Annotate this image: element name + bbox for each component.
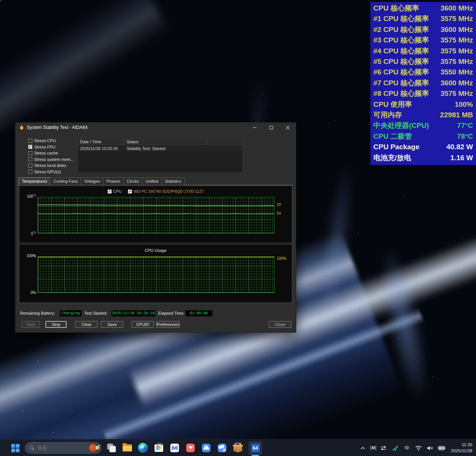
wd-legend-checkbox[interactable] [128,189,132,194]
temperatures-tab-page: CPU WD PC SN740 SDDPNQD-1T00-1127 100°C … [18,185,293,304]
search-highlight-icon[interactable] [88,444,100,453]
sensor-row: #3 CPU 核心频率3575 MHz [373,35,473,45]
close-icon [286,126,290,130]
ime-language-indicator[interactable]: 中 [403,444,411,452]
packages-app-button[interactable] [233,443,243,453]
legend-cpu[interactable]: CPU [108,189,122,194]
settings-sliders-icon[interactable] [379,444,388,452]
log-header: Date / Time Status [78,139,243,145]
sensor-row: #6 CPU 核心频率3550 MHz [373,67,473,77]
wallet-app-button[interactable] [217,443,227,453]
cloud-app-button[interactable] [201,443,211,453]
save-button[interactable]: Save [101,321,123,328]
close-button[interactable] [279,123,296,132]
tab-voltages[interactable]: Voltages [81,177,103,185]
stress-option-cache[interactable]: Stress cache [20,150,74,156]
sensor-value: 3600 MHz [440,24,473,35]
sensor-label: 中央处理器(CPU) [373,120,429,131]
microsoft-store-button[interactable] [154,443,164,453]
taskbar-app-icons: M 64 [106,439,262,456]
start-menu-button[interactable] [9,439,22,456]
sensor-row: #5 CPU 核心频率3575 MHz [373,56,473,67]
stress-option-gpu[interactable]: Stress GPU(s) [20,169,74,175]
battery-charging-icon[interactable] [438,444,446,452]
taskbar-clock[interactable]: 11:20 2025/11/28 [451,442,472,454]
disk-icon [20,164,26,168]
elapsed-time-display: 01:00:06 [185,310,212,317]
legend-wd-label: WD PC SN740 SDDPNQD-1T00-1127 [133,189,204,194]
aida64-sensor-panel: CPU 核心频率3600 MHz#1 CPU 核心频率3575 MHz#2 CP… [370,2,476,165]
aida64-taskbar-button[interactable]: 64 [249,441,262,455]
package-box-icon [233,446,242,451]
sensor-row: CPU Package40.82 W [373,142,473,152]
tab-clocks[interactable]: Clocks [123,177,142,185]
tab-cooling-fans[interactable]: Cooling Fans [50,177,81,185]
system-stability-test-window: System Stability Test - AIDA64 Stress CP… [15,122,296,333]
sensor-label: CPU 使用率 [373,99,412,110]
sensor-row: CPU 二极管78°C [373,131,473,142]
taskbar-search-box[interactable] [25,442,102,454]
log-cell-datetime: 2025/11/28 10:20:29 [78,145,124,152]
file-explorer-button[interactable] [122,443,132,453]
edge-browser-button[interactable] [138,443,148,453]
sensor-value: 3575 MHz [440,35,473,45]
stress-cpu-checkbox[interactable] [28,139,32,143]
hidden-icons-chevron[interactable] [359,444,367,452]
paper-plane-icon[interactable] [391,444,399,452]
sensor-label: CPU Package [373,142,420,152]
sensor-value: 78°C [457,131,473,142]
stress-option-disks[interactable]: Stress local disks [20,162,74,169]
close-dialog-button[interactable]: Close [269,321,291,328]
stress-option-label: Stress GPU(s) [34,170,61,174]
stress-option-label: Stress cache [34,151,58,155]
gpu-icon [20,170,26,174]
stress-option-cpu[interactable]: Stress CPU [20,138,74,144]
minimize-button[interactable] [246,123,263,132]
cpuid-button[interactable]: CPUID [132,321,154,328]
tab-powers[interactable]: Powers [103,177,123,185]
log-row[interactable]: 2025/11/28 10:20:29 Stability Test: Star… [78,145,243,152]
legend-wd-disk[interactable]: WD PC SN740 SDDPNQD-1T00-1127 [128,189,204,194]
stress-option-label: Stress FPU [34,145,55,149]
log-column-datetime[interactable]: Date / Time [78,139,124,145]
search-input[interactable] [37,445,82,451]
stress-cache-checkbox[interactable] [28,151,32,155]
m-tray-icon[interactable]: M [370,445,376,450]
stress-option-fpu[interactable]: Stress FPU [20,144,74,150]
stress-memory-checkbox[interactable] [28,157,32,161]
running-indicator [236,451,240,452]
sensor-label: CPU 二极管 [373,131,412,142]
stop-button[interactable]: Stop [45,321,67,328]
cache-icon [20,151,26,155]
system-tray: M 中 [359,439,476,456]
volume-muted-icon[interactable] [426,444,434,452]
test-started-display: 2025/11/28 10:20:28 [111,310,155,317]
stress-gpu-checkbox[interactable] [28,170,32,174]
wallpaper-wisp [312,161,361,324]
sensor-label: #3 CPU 核心频率 [373,35,429,45]
tab-statistics[interactable]: Statistics [161,177,185,185]
wifi-icon[interactable] [414,444,423,452]
task-view-button[interactable] [106,443,117,453]
maximize-button[interactable] [263,123,279,132]
stress-fpu-checkbox[interactable] [28,145,32,149]
window-titlebar[interactable]: System Stability Test - AIDA64 [15,123,296,132]
stress-disks-checkbox[interactable] [28,164,32,168]
start-button[interactable]: Start [21,321,40,328]
sensor-value: 3550 MHz [440,67,473,77]
stress-option-memory[interactable]: Stress system mem... [20,156,74,163]
tab-unified[interactable]: Unified [142,177,161,185]
chart-legend: CPU WD PC SN740 SDDPNQD-1T00-1127 [20,189,292,194]
mail-app-button[interactable] [185,443,196,453]
preferences-button[interactable]: Preferences [156,321,180,328]
m-app-button[interactable]: M [170,443,180,453]
clear-button[interactable]: Clear [75,321,98,328]
sensor-row: CPU 使用率100% [373,99,473,110]
tab-temperatures[interactable]: Temperatures [18,177,50,186]
cpu-legend-checkbox[interactable] [108,189,112,194]
search-icon [30,446,34,450]
sensor-value: 3575 MHz [440,14,473,24]
sensor-row: #1 CPU 核心频率3575 MHz [373,14,473,24]
store-bag-icon [155,444,163,452]
log-column-status[interactable]: Status [124,139,207,145]
